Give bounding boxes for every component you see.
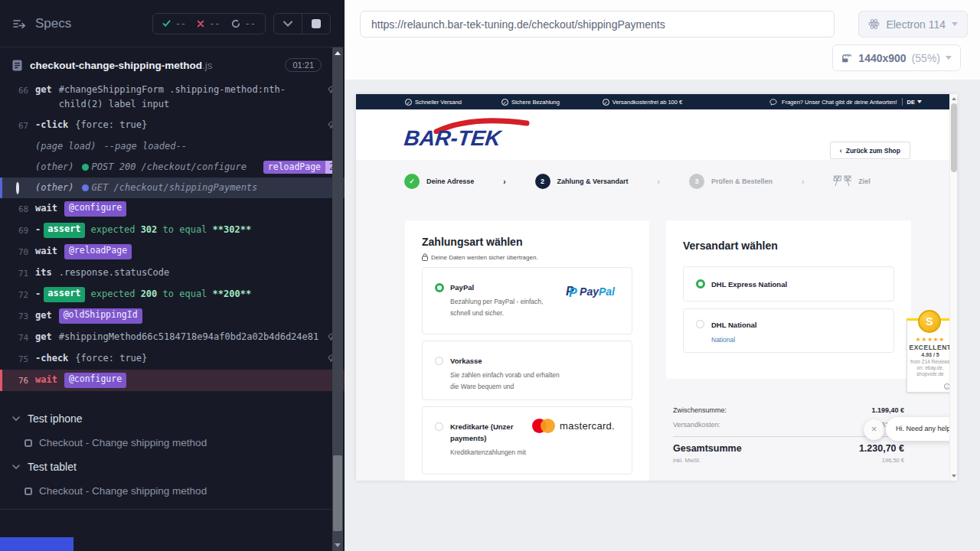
event-tag: (other) — [35, 160, 74, 174]
chevron-down-icon — [917, 100, 922, 103]
command-args: #shippingMethod66c5184718e94af0bd2a02b4d… — [59, 330, 319, 345]
subtotal-row: Zwischensumme: 1.199,40 € — [673, 406, 904, 414]
chevron-down-icon — [12, 465, 20, 470]
radio-selected[interactable] — [435, 283, 444, 292]
command-row[interactable]: 68 wait@configure — [0, 198, 345, 220]
network-row-running[interactable]: (other)GET /checkout/shippingPayments — [0, 178, 345, 198]
scroll-down-arrow[interactable] — [335, 543, 341, 547]
test-state-icon — [24, 487, 32, 495]
assert-badge: assert — [44, 223, 84, 238]
viewport-zoom: (55%) — [912, 52, 940, 64]
divider — [902, 98, 903, 106]
command-method: get — [35, 308, 52, 324]
language-selector[interactable]: DE — [907, 99, 922, 106]
stop-button[interactable] — [302, 14, 330, 34]
stat-passed: -- — [162, 18, 186, 29]
shipping-title: Versandart wählen — [683, 240, 778, 252]
radio-unselected[interactable] — [435, 357, 443, 365]
stop-icon — [312, 19, 321, 28]
rating-stars: ★★★★★ — [907, 336, 953, 343]
chevron-down-icon — [946, 56, 952, 60]
route-alias-badge: reloadPage2 — [263, 161, 338, 174]
line-number: 72 — [2, 287, 35, 302]
suite-test-iphone[interactable]: Test iphone — [0, 406, 345, 431]
command-args: {force: true} — [75, 351, 147, 367]
address-bar[interactable] — [360, 11, 835, 37]
chat-bubble[interactable]: Hi. Need any help? — [886, 417, 957, 441]
vat-row: inkl. MwSt. 196,50 € — [673, 457, 904, 464]
x-icon — [197, 20, 204, 28]
command-method: -click — [35, 118, 68, 133]
logo-text: BAR-TEK — [403, 126, 501, 151]
command-row[interactable]: 67 -click{force: true} — [0, 115, 345, 136]
spec-file-row[interactable]: checkout-change-shipping-method.js 01:21 — [0, 47, 345, 80]
chevron-down-icon — [952, 22, 958, 26]
assert-message: expected 200 to equal **200** — [91, 287, 252, 302]
step-done-icon: ✓ — [404, 174, 420, 189]
sidebar-scrollbar[interactable] — [332, 47, 343, 551]
viewport-selector[interactable]: 1440x900 (55%) — [832, 44, 961, 71]
command-row-current[interactable]: 76 wait@configure — [0, 370, 345, 391]
browser-selector[interactable]: Electron 114 — [858, 11, 968, 37]
check-circle-icon: ✓ — [501, 99, 508, 106]
divider — [0, 509, 345, 510]
payment-option-paypal[interactable]: PayPal Bezahlung per PayPal - einfach, s… — [422, 267, 632, 334]
checkout-steps: ✓ Deine Adresse › 2 Zahlung & Versandart… — [404, 174, 871, 189]
chevron-down-icon — [283, 21, 292, 27]
command-method: wait — [35, 244, 57, 259]
line-number: 66 — [2, 83, 35, 112]
assert-row[interactable]: 69 -assertexpected 302 to equal **302** — [0, 220, 345, 241]
step-review: 3 Prüfen & Bestellen — [689, 174, 773, 189]
scrollbar-thumb[interactable] — [333, 455, 342, 531]
back-arrow-icon: ‹ — [840, 147, 842, 155]
scroll-up-arrow[interactable] — [952, 97, 956, 100]
aut-preview: ✓Schneller Versand ✓Sichere Bezahlung ✓V… — [356, 94, 957, 481]
payment-option-vorkasse[interactable]: Vorkasse Sie zahlen einfach vorab und er… — [422, 341, 632, 400]
event-tag: (page load) — [35, 139, 96, 154]
command-row[interactable]: 74 get#shippingMethod66c5184718e94af0bd2… — [0, 327, 345, 348]
rating-grade: EXCELLENT — [907, 344, 953, 351]
alias-badge: @reloadPage — [64, 244, 132, 259]
site-header: BAR-TEK ‹Zurück zum Shop — [356, 109, 957, 160]
step-address[interactable]: ✓ Deine Adresse — [404, 174, 474, 189]
test-item[interactable]: Checkout - Change shipping method — [0, 479, 345, 503]
suite-test-tablet[interactable]: Test tablet — [0, 455, 345, 479]
event-row[interactable]: (page load)--page loaded-- — [0, 136, 345, 157]
test-item[interactable]: Checkout - Change shipping method — [0, 431, 345, 455]
network-row[interactable]: (other)POST 200 /checkout/configure relo… — [0, 157, 345, 178]
shipping-option-dhl-national[interactable]: DHL National National — [683, 308, 894, 353]
scroll-up-arrow[interactable] — [335, 51, 341, 55]
bartek-logo[interactable]: BAR-TEK — [404, 119, 534, 152]
test-label: Checkout - Change shipping method — [39, 485, 207, 497]
shipping-option-dhl-express[interactable]: DHL Express National — [683, 266, 894, 302]
specs-menu-icon[interactable] — [12, 17, 26, 31]
sidebar-header: Specs -- -- -- — [0, 0, 345, 47]
chat-prompt[interactable]: Fragen? Unser Chat gibt dir deine Antwor… — [782, 99, 897, 106]
radio-unselected[interactable] — [435, 422, 443, 431]
radio-selected[interactable] — [696, 279, 705, 289]
payment-option-kreditkarte[interactable]: Kreditkarte (Unzer payments) Kreditkarte… — [422, 406, 632, 474]
command-row[interactable]: 71 its.response.statusCode — [0, 262, 345, 284]
scrollbar-thumb[interactable] — [951, 103, 957, 172]
back-to-shop-button[interactable]: ‹Zurück zum Shop — [830, 142, 910, 159]
viewport-size: 1440x900 — [858, 52, 906, 64]
spec-file-name: checkout-change-shipping-method — [30, 60, 202, 71]
alias-badge: @configure — [64, 373, 126, 388]
command-row[interactable]: 73 get@oldShippingId — [0, 305, 345, 327]
stat-failed: -- — [197, 18, 220, 29]
assert-row[interactable]: 72 -assertexpected 200 to equal **200** — [0, 284, 345, 305]
step-payment[interactable]: 2 Zahlung & Versandart — [535, 174, 629, 189]
chat-close-button[interactable]: × — [864, 419, 884, 440]
payment-section: Zahlungsart wählen Deine Daten werden si… — [405, 220, 649, 481]
test-state-icon — [24, 439, 32, 447]
preview-scrollbar[interactable] — [949, 94, 957, 481]
scroll-down-arrow[interactable] — [952, 474, 956, 478]
command-row[interactable]: 75 -check{force: true} — [0, 348, 345, 370]
collapse-button[interactable] — [274, 14, 302, 34]
command-row[interactable]: 70 wait@reloadPage — [0, 241, 345, 262]
command-row[interactable]: 66 get#changeShippingForm .shipping-meth… — [0, 80, 345, 115]
command-method: wait — [35, 201, 57, 217]
shop-review-badge[interactable]: S ★★★★★ EXCELLENT 4.93 / 5 from 214 Revi… — [906, 318, 954, 393]
radio-unselected[interactable] — [696, 320, 704, 328]
suite-label: Test tablet — [28, 461, 77, 473]
